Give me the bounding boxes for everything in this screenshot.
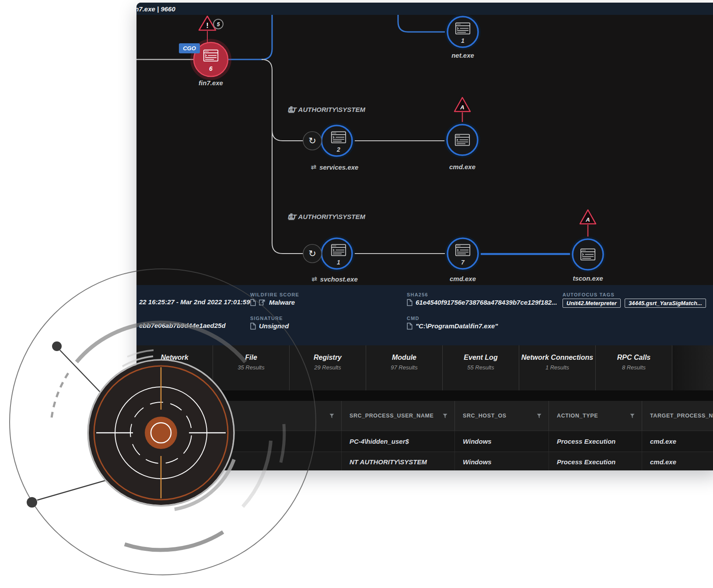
injection-badge-svchost: ↻ <box>303 244 322 263</box>
table-header-row: SRC_PROCESS_USER_NAME SRC_HOST_OS ACTION… <box>136 401 713 431</box>
filter-icon[interactable] <box>329 414 334 418</box>
table-row[interactable]: PC-4\hidden_user$ Windows Process Execut… <box>136 431 713 452</box>
column-header: TARGET_PROCESS_NAME <box>642 401 713 431</box>
tab-file[interactable]: File35 Results <box>213 345 290 390</box>
cmd-label: CMD <box>407 316 419 321</box>
filter-icon[interactable] <box>537 414 542 418</box>
file-hash: ebb7e06ab7b9d44e1aed25d <box>139 322 226 329</box>
time-range: 22 16:25:27 - Mar 2nd 2022 17:01:59 <box>139 298 250 306</box>
left-dashes <box>52 371 70 418</box>
node-svchost[interactable]: 1 <box>319 236 355 271</box>
alert-fin7[interactable]: ! 5 <box>199 16 223 42</box>
alert-glyph: A <box>585 216 590 223</box>
node-label-tscon: tscon.exe <box>573 275 603 282</box>
cell <box>136 452 342 470</box>
user-icon <box>288 106 295 113</box>
node-label-cmd-upper: cmd.exe <box>449 163 475 170</box>
sync-icon: ⇄ <box>311 163 317 171</box>
sync-icon: ⇄ <box>311 275 317 283</box>
cgo-badge-label: CGO <box>183 45 196 52</box>
tab-module[interactable]: Module97 Results <box>366 345 443 390</box>
document-icon <box>407 299 412 306</box>
node-count: 1 <box>461 37 465 44</box>
callout-pin <box>52 341 102 394</box>
cell <box>136 431 342 452</box>
node-tscon[interactable] <box>570 237 606 272</box>
wildfire-score-label: WILDFIRE SCORE <box>250 292 299 297</box>
signature-value: Unsigned <box>250 322 289 330</box>
node-cmd-upper[interactable] <box>444 122 480 158</box>
edge-fin7-up-blue <box>228 15 272 59</box>
user-icon <box>288 213 295 220</box>
wildfire-score-value: Malware <box>250 299 295 306</box>
details-panel: 22 16:25:27 - Mar 2nd 2022 17:01:59 ebb7… <box>136 285 713 345</box>
edge-trunk <box>262 59 304 254</box>
tabs-table-divider <box>136 390 713 401</box>
autofocus-tag[interactable]: 34445.gsrt_YaraSigMatch... <box>625 299 706 308</box>
sha256-label: SHA256 <box>407 292 428 297</box>
tabs-overflow <box>672 345 713 390</box>
injection-icon: ↻ <box>308 248 316 258</box>
window-header: fin7.exe | 9660 <box>136 3 713 15</box>
injection-icon: ↻ <box>308 136 316 146</box>
autofocus-tags: Unit42.Meterpreter 34445.gsrt_YaraSigMat… <box>563 299 706 308</box>
bottom-arc <box>125 532 223 550</box>
filter-icon[interactable] <box>630 414 635 418</box>
alert-count: 5 <box>217 21 220 28</box>
tab-network-connections[interactable]: Network Connections1 Results <box>519 345 596 390</box>
edge-to-net <box>398 15 445 32</box>
page: fin7.exe | 9660 <box>0 0 713 588</box>
warning-glyph: ! <box>206 21 209 30</box>
process-graph[interactable]: ! 5 A A <box>136 15 713 285</box>
user-label-row-upper: NT AUTHORITY\SYSTEM <box>288 106 365 113</box>
column-header: ACTION_TYPE <box>549 401 642 431</box>
node-count: 7 <box>461 259 465 266</box>
app-window: fin7.exe | 9660 <box>136 3 713 470</box>
document-icon <box>250 299 256 306</box>
node-label-fin7: fin7.exe <box>199 79 223 87</box>
cell-action-type: Process Execution <box>549 452 642 470</box>
table-row[interactable]: NT AUTHORITY\SYSTEM Windows Process Exec… <box>136 452 713 470</box>
cell-src-process-user-name: PC-4\hidden_user$ <box>342 431 455 452</box>
node-label-net: net.exe <box>451 52 474 59</box>
signature-label: SIGNATURE <box>250 316 283 321</box>
report-export-icon[interactable] <box>259 299 266 306</box>
alert-cmd-upper[interactable]: A <box>454 97 470 124</box>
process-title: fin7.exe | 9660 <box>136 5 175 13</box>
edge-branch-services <box>272 130 304 141</box>
cell-src-host-os: Windows <box>455 431 549 452</box>
tab-network[interactable]: Network <box>136 345 213 390</box>
node-label-services: ⇄services.exe <box>311 163 359 171</box>
document-icon <box>250 323 256 330</box>
results-table: SRC_PROCESS_USER_NAME SRC_HOST_OS ACTION… <box>136 401 713 470</box>
cmd-value: "C:\ProgramData\fin7.exe" <box>407 322 498 330</box>
document-icon <box>407 323 412 330</box>
node-label-svchost: ⇄svchost.exe <box>311 275 357 283</box>
column-header: SRC_HOST_OS <box>455 401 549 431</box>
autofocus-tag[interactable]: Unit42.Meterpreter <box>563 299 621 308</box>
callout-pin <box>27 480 108 508</box>
cell-target-process-name: cmd.exe <box>642 431 713 452</box>
tab-event-log[interactable]: Event Log55 Results <box>443 345 519 390</box>
filter-icon[interactable] <box>443 414 447 418</box>
cell-src-host-os: Windows <box>455 452 549 470</box>
user-label-row-lower: NT AUTHORITY\SYSTEM <box>288 213 365 220</box>
tab-rpc-calls[interactable]: RPC Calls8 Results <box>596 345 672 390</box>
node-label-cmd-lower: cmd.exe <box>450 275 476 282</box>
cgo-badge: CGO <box>179 43 200 53</box>
column-header: SRC_PROCESS_USER_NAME <box>342 401 455 431</box>
tab-registry[interactable]: Registry29 Results <box>290 345 366 390</box>
result-tabs: Network File35 Results Registry29 Result… <box>136 345 713 390</box>
alert-glyph: A <box>460 104 464 111</box>
node-cmd-lower[interactable]: 7 <box>445 236 481 271</box>
node-count: 1 <box>337 259 340 266</box>
node-count: 2 <box>336 146 340 153</box>
node-services[interactable]: 2 <box>319 123 355 159</box>
alert-tscon[interactable]: A <box>580 210 596 237</box>
node-count: 6 <box>209 65 213 72</box>
process-graph-canvas: ! 5 A A <box>136 15 713 285</box>
cell-src-process-user-name: NT AUTHORITY\SYSTEM <box>342 452 455 470</box>
autofocus-tags-label: AUTOFOCUS TAGS <box>563 292 615 297</box>
column-header <box>136 401 342 431</box>
node-net[interactable]: 1 <box>445 15 481 50</box>
